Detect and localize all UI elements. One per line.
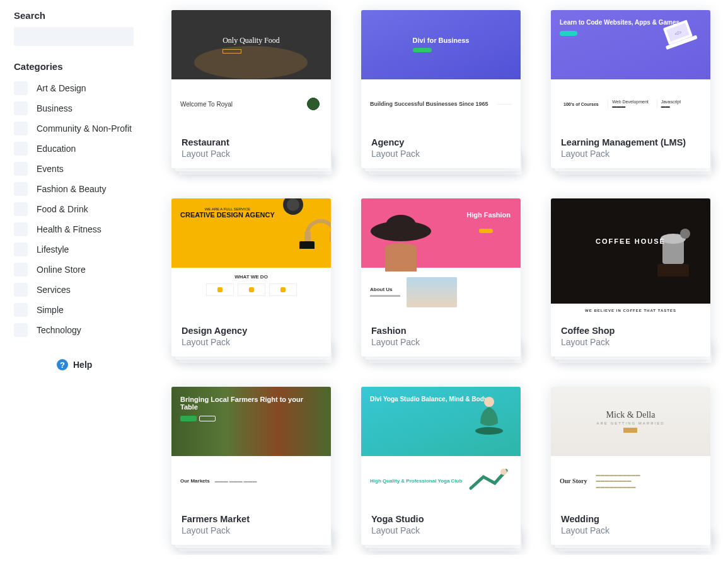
checkbox-icon[interactable] bbox=[14, 283, 28, 297]
card-title: Farmers Market bbox=[182, 514, 321, 524]
checkbox-icon[interactable] bbox=[14, 101, 28, 115]
category-item[interactable]: Art & Design bbox=[14, 78, 146, 98]
laptop-icon: </> bbox=[659, 19, 703, 50]
category-label: Events bbox=[37, 164, 64, 174]
card-subtitle: Layout Pack bbox=[182, 337, 321, 347]
card-title: Restaurant bbox=[182, 137, 321, 147]
svg-point-10 bbox=[386, 215, 416, 235]
card-subtitle: Layout Pack bbox=[561, 337, 700, 347]
category-list: Art & Design Business Community & Non-Pr… bbox=[14, 78, 146, 340]
svg-point-15 bbox=[484, 397, 494, 407]
search-label: Search bbox=[14, 10, 146, 21]
checkbox-icon[interactable] bbox=[14, 182, 28, 196]
svg-point-16 bbox=[475, 427, 503, 435]
layout-thumbnail: High Fashion About Us▬▬▬▬▬▬ bbox=[361, 198, 521, 317]
category-item[interactable]: Community & Non-Profit bbox=[14, 118, 146, 139]
svg-point-17 bbox=[500, 469, 507, 475]
headphones-icon bbox=[280, 198, 331, 249]
yoga-icon bbox=[470, 394, 508, 438]
category-label: Art & Design bbox=[37, 83, 86, 93]
layout-card[interactable]: Only Quality Food Welcome To Royal Resta… bbox=[171, 10, 331, 168]
card-subtitle: Layout Pack bbox=[561, 149, 700, 159]
layout-thumbnail: Only Quality Food Welcome To Royal bbox=[171, 10, 331, 129]
card-title: Learning Management (LMS) bbox=[561, 137, 700, 147]
category-item[interactable]: Fashion & Beauty bbox=[14, 179, 146, 199]
checkbox-icon[interactable] bbox=[14, 303, 28, 317]
category-item[interactable]: Business bbox=[14, 98, 146, 118]
layout-thumbnail: Mick & Della ARE GETTING MARRIED Our Sto… bbox=[551, 387, 710, 506]
layout-thumbnail: WE ARE A FULL SERVICE CREATIVE DESIGN AG… bbox=[171, 198, 331, 317]
layout-thumbnail: Divi for Business Building Successful Bu… bbox=[361, 10, 521, 129]
grinder-icon bbox=[645, 211, 695, 280]
svg-rect-8 bbox=[299, 241, 315, 249]
card-title: Design Agency bbox=[182, 326, 321, 336]
category-label: Community & Non-Profit bbox=[37, 123, 132, 134]
layout-card[interactable]: Bringing Local Farmers Right to your Tab… bbox=[171, 387, 331, 545]
card-title: Coffee Shop bbox=[561, 326, 700, 336]
checkbox-icon[interactable] bbox=[14, 202, 28, 216]
card-title: Wedding bbox=[561, 514, 700, 524]
checkbox-icon[interactable] bbox=[14, 222, 28, 236]
sidebar: Search Categories Art & Design Business … bbox=[14, 10, 146, 545]
layout-card[interactable]: COFFEE HOUSE WE BELIEVE IN COFFEE THAT T… bbox=[551, 198, 710, 357]
layout-card[interactable]: Mick & Della ARE GETTING MARRIED Our Sto… bbox=[551, 387, 710, 545]
category-label: Health & Fitness bbox=[37, 224, 101, 234]
category-item[interactable]: Services bbox=[14, 280, 146, 300]
layout-card[interactable]: Divi Yoga Studio Balance, Mind & Body Hi… bbox=[361, 387, 521, 545]
card-title: Agency bbox=[371, 137, 511, 147]
layout-card[interactable]: Divi for Business Building Successful Bu… bbox=[361, 10, 521, 168]
category-label: Education bbox=[37, 144, 76, 154]
category-item[interactable]: Technology bbox=[14, 320, 146, 340]
layout-card[interactable]: Learn to Code Websites, Apps & Games </>… bbox=[551, 10, 710, 168]
card-title: Fashion bbox=[371, 326, 511, 336]
category-label: Services bbox=[37, 285, 71, 295]
svg-rect-14 bbox=[657, 264, 689, 277]
checkbox-icon[interactable] bbox=[14, 263, 28, 277]
checkbox-icon[interactable] bbox=[14, 162, 28, 176]
svg-point-5 bbox=[287, 198, 299, 211]
layout-thumbnail: COFFEE HOUSE WE BELIEVE IN COFFEE THAT T… bbox=[551, 198, 710, 317]
category-label: Fashion & Beauty bbox=[37, 184, 107, 194]
category-label: Lifestyle bbox=[37, 244, 69, 254]
category-item[interactable]: Events bbox=[14, 159, 146, 179]
card-subtitle: Layout Pack bbox=[371, 525, 511, 535]
card-subtitle: Layout Pack bbox=[371, 337, 511, 347]
card-subtitle: Layout Pack bbox=[371, 149, 511, 159]
checkbox-icon[interactable] bbox=[14, 122, 28, 135]
categories-label: Categories bbox=[14, 61, 146, 72]
card-subtitle: Layout Pack bbox=[182, 149, 321, 159]
layout-card[interactable]: High Fashion About Us▬▬▬▬▬▬ Fashion Layo… bbox=[361, 198, 521, 357]
category-item[interactable]: Simple bbox=[14, 300, 146, 320]
checkbox-icon[interactable] bbox=[14, 81, 28, 95]
layout-thumbnail: Learn to Code Websites, Apps & Games </>… bbox=[551, 10, 710, 129]
checkbox-icon[interactable] bbox=[14, 243, 28, 256]
category-label: Online Store bbox=[37, 265, 86, 275]
card-subtitle: Layout Pack bbox=[561, 525, 700, 535]
layout-grid: Only Quality Food Welcome To Royal Resta… bbox=[171, 10, 714, 545]
category-item[interactable]: Education bbox=[14, 139, 146, 159]
layout-card[interactable]: WE ARE A FULL SERVICE CREATIVE DESIGN AG… bbox=[171, 198, 331, 357]
model-icon bbox=[366, 209, 436, 271]
category-label: Food & Drink bbox=[37, 204, 88, 214]
category-label: Simple bbox=[37, 305, 64, 315]
card-subtitle: Layout Pack bbox=[182, 525, 321, 535]
svg-rect-6 bbox=[304, 231, 311, 243]
checkbox-icon[interactable] bbox=[14, 323, 28, 337]
search-input[interactable] bbox=[14, 27, 134, 46]
category-item[interactable]: Health & Fitness bbox=[14, 219, 146, 239]
help-link[interactable]: ? Help bbox=[14, 359, 146, 370]
svg-point-13 bbox=[680, 229, 690, 239]
yoga-pose-icon bbox=[467, 467, 511, 494]
checkbox-icon[interactable] bbox=[14, 142, 28, 156]
help-label: Help bbox=[73, 360, 92, 370]
svg-rect-7 bbox=[330, 231, 331, 243]
layout-thumbnail: Divi Yoga Studio Balance, Mind & Body Hi… bbox=[361, 387, 521, 506]
card-title: Yoga Studio bbox=[371, 514, 511, 524]
category-label: Technology bbox=[37, 325, 81, 335]
category-item[interactable]: Food & Drink bbox=[14, 199, 146, 219]
category-label: Business bbox=[37, 103, 72, 113]
help-icon: ? bbox=[57, 359, 68, 370]
category-item[interactable]: Online Store bbox=[14, 260, 146, 280]
layout-thumbnail: Bringing Local Farmers Right to your Tab… bbox=[171, 387, 331, 506]
category-item[interactable]: Lifestyle bbox=[14, 239, 146, 260]
